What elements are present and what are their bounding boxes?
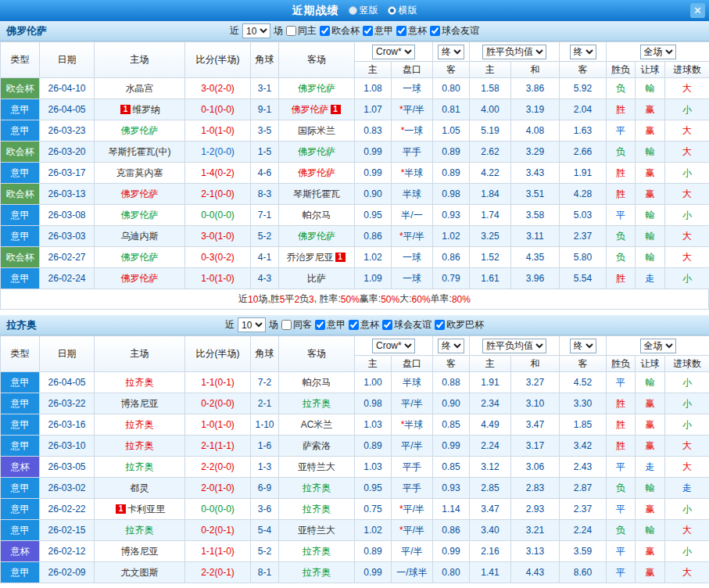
result-goals: 小 — [665, 393, 709, 414]
match-row: 意甲26-02-15拉齐奥0-2(0-1)5-4亚特兰大1.02*平/半0.86… — [1, 520, 709, 541]
team-name: 拉齐奥 — [126, 525, 154, 536]
euro-odds-draw: 3.86 — [511, 78, 560, 99]
filter-option[interactable]: 球会友谊 — [382, 318, 431, 332]
filter-checkbox[interactable] — [281, 320, 292, 330]
handicap-odds-home: 0.99 — [355, 562, 392, 583]
euro-odds-draw: 4.43 — [511, 562, 560, 583]
match-type-badge: 意甲 — [1, 99, 40, 120]
games-count-select[interactable]: 10 — [238, 317, 266, 332]
filter-checkbox[interactable] — [363, 26, 373, 36]
filter-checkbox[interactable] — [396, 26, 406, 36]
handicap-odds-home: 0.89 — [355, 436, 392, 457]
match-date: 26-02-12 — [40, 541, 95, 562]
filter-option[interactable]: 意杯 — [396, 24, 427, 38]
filter-checkbox[interactable] — [382, 320, 392, 330]
result-goals: 小 — [665, 268, 709, 289]
match-row: 欧会杯26-03-13佛罗伦萨2-1(0-0)8-3琴斯托霍瓦0.90半球0.9… — [1, 184, 709, 205]
result-outcome: 平 — [607, 499, 636, 520]
radio-horizontal-icon[interactable] — [388, 6, 396, 15]
filter-option[interactable]: 意甲 — [363, 24, 393, 38]
result-outcome: 负 — [607, 142, 636, 163]
filter-option[interactable]: 欧会杯 — [320, 24, 360, 38]
filter-checkbox[interactable] — [320, 26, 330, 36]
result-outcome: 胜 — [607, 436, 636, 457]
odds-handicap: 平手 — [392, 457, 433, 478]
odds-filter-select[interactable]: 全场 — [640, 45, 676, 59]
odds-filter-select[interactable]: 胜平负均值 — [482, 339, 546, 353]
odds-filter-select[interactable]: 全场 — [640, 339, 676, 353]
odds-handicap: *一球 — [392, 120, 433, 142]
result-outcome: 负 — [607, 226, 636, 247]
subcol-header: 胜负 — [607, 356, 636, 372]
result-outcome: 平 — [607, 120, 636, 142]
odds-filter-select[interactable]: 终 — [570, 45, 596, 59]
odds-filter-select[interactable]: 终 — [438, 339, 464, 353]
result-outcome: 平 — [607, 457, 636, 478]
filter-option[interactable]: 欧罗巴杯 — [435, 318, 484, 332]
filter-option[interactable]: 球会友谊 — [430, 24, 479, 38]
result-handicap: 走 — [636, 457, 665, 478]
team-name: 亚特兰大 — [298, 461, 335, 472]
filter-option[interactable]: 意杯 — [349, 318, 379, 332]
filter-checkbox[interactable] — [286, 26, 296, 36]
filter-checkbox[interactable] — [435, 320, 445, 330]
mode-horizontal-label: 横版 — [399, 4, 417, 17]
match-row: 欧会杯26-02-27佛罗伦萨0-3(0-2)4-1乔治罗尼亚11.02一球0.… — [1, 247, 709, 268]
corner-stat: 9-1 — [251, 99, 279, 120]
radio-vertical-icon[interactable] — [349, 6, 357, 15]
filter-checkbox[interactable] — [349, 320, 359, 330]
odds-filter-select[interactable]: 胜平负均值 — [482, 45, 546, 59]
home-team-cell: 都灵 — [95, 478, 185, 499]
subcol-header: 胜负 — [607, 62, 636, 78]
result-handicap: 輸 — [636, 247, 665, 268]
away-team-cell: 亚特兰大 — [279, 457, 355, 478]
euro-odds-away: 5.54 — [560, 268, 607, 289]
team-name: 拉齐奥 — [126, 440, 154, 451]
euro-odds-draw: 3.43 — [511, 163, 560, 184]
result-handicap: 赢 — [636, 120, 665, 142]
away-team-cell: 拉齐奥 — [279, 393, 355, 414]
handicap-odds-away: 0.98 — [433, 184, 470, 205]
result-outcome: 胜 — [607, 163, 636, 184]
result-handicap: 輸 — [636, 78, 665, 99]
result-goals: 大 — [665, 78, 709, 99]
mode-radio-horizontal[interactable]: 横版 — [388, 4, 417, 17]
handicap-odds-away: 0.86 — [433, 520, 470, 541]
match-date: 26-02-15 — [40, 520, 95, 541]
handicap-odds-away: 0.81 — [433, 99, 470, 120]
dropdown-cell: 终 — [560, 336, 607, 356]
result-goals: 大 — [665, 457, 709, 478]
team-name: 水晶宫 — [126, 83, 154, 94]
close-icon[interactable]: ✕ — [690, 3, 705, 18]
corner-stat: 5-2 — [251, 226, 279, 247]
col-header: 类型 — [1, 336, 40, 372]
handicap-odds-away: 0.89 — [433, 163, 470, 184]
result-goals: 大 — [665, 120, 709, 142]
subcol-header: 和 — [511, 62, 560, 78]
away-team-cell: 拉齐奥 — [279, 541, 355, 562]
result-handicap: 輸 — [636, 205, 665, 226]
odds-filter-select[interactable]: Crow* — [372, 339, 415, 353]
result-goals: 大 — [665, 247, 709, 268]
euro-odds-away: 5.80 — [560, 247, 607, 268]
euro-odds-draw: 3.27 — [511, 372, 560, 393]
games-count-select[interactable]: 10 — [242, 23, 270, 38]
games-suffix-label: 场 — [269, 318, 278, 332]
odds-handicap: 平手 — [392, 478, 433, 499]
filter-option[interactable]: 同主 — [286, 24, 317, 38]
col-header: 角球 — [251, 336, 279, 372]
summary-part: 负 — [299, 292, 309, 306]
odds-filter-select[interactable]: 终 — [570, 339, 596, 353]
odds-filter-select[interactable]: Crow* — [372, 45, 415, 59]
odds-handicap: 一球 — [392, 247, 433, 268]
filter-checkbox[interactable] — [430, 26, 440, 36]
filter-option[interactable]: 意甲 — [315, 318, 346, 332]
odds-filter-select[interactable]: 终 — [438, 45, 464, 59]
team-name: 克雷莫内塞 — [116, 167, 163, 178]
mode-radio-vertical[interactable]: 竖版 — [349, 4, 378, 17]
home-team-cell: 拉齐奥 — [95, 436, 185, 457]
match-type-badge: 意甲 — [1, 499, 40, 520]
match-row: 意甲26-02-24佛罗伦萨1-0(1-0)4-3比萨1.09一球0.791.6… — [1, 268, 709, 289]
filter-option[interactable]: 同客 — [281, 318, 312, 332]
filter-checkbox[interactable] — [315, 320, 325, 330]
